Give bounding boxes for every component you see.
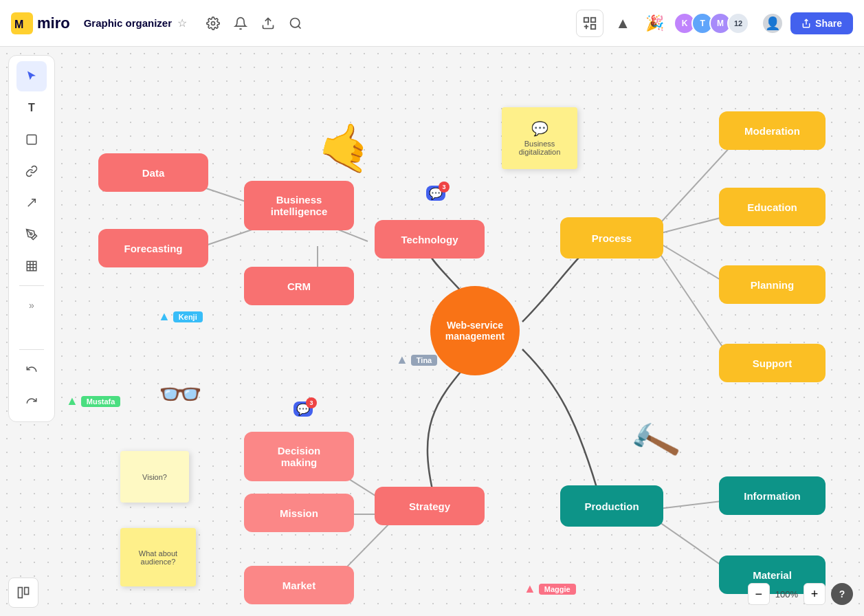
text-tool[interactable]: T [16,93,47,123]
mustafa-cursor-arrow: ▲ [66,394,78,408]
shape-grid-button[interactable] [576,10,603,37]
chat-badge-strategy[interactable]: 💬 3 [293,402,313,417]
select-tool[interactable] [16,61,47,91]
zoom-in-button[interactable]: + [804,583,826,605]
frame-tool[interactable] [16,251,47,281]
zoom-controls: − 100% + ? [748,583,853,605]
sticky-vision[interactable]: Vision? [120,451,189,503]
svg-text:M: M [14,19,23,30]
badge-count-2: 3 [306,397,317,408]
confetti-button[interactable]: 🎉 [642,11,667,36]
undo-button[interactable] [16,354,47,384]
paint-sticker: 🔨 [627,415,683,470]
tina-cursor-arrow: ▲ [396,353,408,367]
cursor-tina: ▲ Tina [396,353,437,367]
sticky-business-digitalization[interactable]: 💬 Business digitalization [502,107,577,169]
maggie-cursor-arrow: ▲ [524,582,536,596]
topbar-right: ▲ 🎉 K T M 12 👤 Share [576,10,853,37]
badge-count-1: 3 [439,182,450,192]
upload-button[interactable] [256,11,280,36]
star-icon[interactable]: ☆ [177,16,187,30]
node-technology[interactable]: Technology [375,220,485,258]
svg-point-2 [212,21,215,25]
svg-rect-8 [591,24,595,28]
zoom-out-button[interactable]: − [748,583,770,605]
avatar-user[interactable]: 👤 [762,12,784,34]
node-moderation[interactable]: Moderation [719,111,826,150]
node-forecasting[interactable]: Forecasting [98,229,208,267]
more-tools[interactable]: » [16,290,47,320]
avatar-group: K T M 12 [674,12,749,34]
node-center[interactable]: Web-service management [430,286,520,375]
node-production[interactable]: Production [560,485,663,527]
node-decision-making[interactable]: Decision making [244,432,354,481]
svg-point-4 [291,18,300,27]
canvas[interactable]: Web-service management Data Business int… [0,47,864,616]
node-support[interactable]: Support [719,344,826,382]
arrow-tool[interactable] [16,188,47,218]
chat-badge-technology[interactable]: 💬 3 [426,186,445,201]
bell-button[interactable] [228,11,253,36]
node-information[interactable]: Information [719,476,826,515]
search-button[interactable] [283,11,308,36]
node-education[interactable]: Education [719,188,826,226]
cursor-button[interactable]: ▲ [610,11,635,36]
cursor-kenji: ▲ Kenji [158,309,203,324]
svg-line-5 [298,25,301,28]
svg-rect-7 [591,17,595,21]
svg-rect-34 [25,588,29,595]
svg-rect-15 [27,261,36,271]
pen-tool[interactable] [16,219,47,250]
node-data[interactable]: Data [98,153,208,192]
avatar-count: 12 [727,12,749,34]
node-market[interactable]: Market [244,566,354,604]
kenji-cursor-arrow: ▲ [158,309,170,324]
help-button[interactable]: ? [831,583,853,605]
board-title: Graphic organizer [84,17,172,29]
shape-tool[interactable] [16,124,47,155]
left-toolbar: T » [8,55,55,422]
svg-rect-33 [19,588,23,598]
svg-line-13 [28,199,36,207]
miro-logo: M miro [11,12,76,34]
svg-rect-12 [27,135,36,144]
node-process[interactable]: Process [560,217,663,258]
share-button[interactable]: Share [790,12,853,34]
node-mission[interactable]: Mission [244,494,354,532]
node-business-intelligence[interactable]: Business intelligence [244,181,354,230]
svg-rect-6 [584,17,588,21]
settings-button[interactable] [201,11,225,36]
node-planning[interactable]: Planning [719,265,826,304]
cursor-maggie: ▲ Maggie [524,582,576,596]
svg-point-14 [30,233,32,235]
node-crm[interactable]: CRM [244,267,354,305]
title-area: Graphic organizer ☆ [84,16,187,30]
cursor-mustafa: ▲ Mustafa [66,394,120,408]
zoom-level: 100% [775,589,798,600]
link-tool[interactable] [16,156,47,186]
topbar-icons [201,11,308,36]
node-strategy[interactable]: Strategy [375,487,485,525]
sticky-audience[interactable]: What about audience? [120,528,196,586]
topbar: M miro Graphic organizer ☆ ▲ 🎉 K T M 12 [0,0,864,47]
hand-sticker: 🤙 [314,115,381,179]
panel-button[interactable] [8,578,38,608]
bottom-left-panel [8,578,38,608]
redo-button[interactable] [16,386,47,416]
glasses-sticker: 👓 [158,373,203,415]
